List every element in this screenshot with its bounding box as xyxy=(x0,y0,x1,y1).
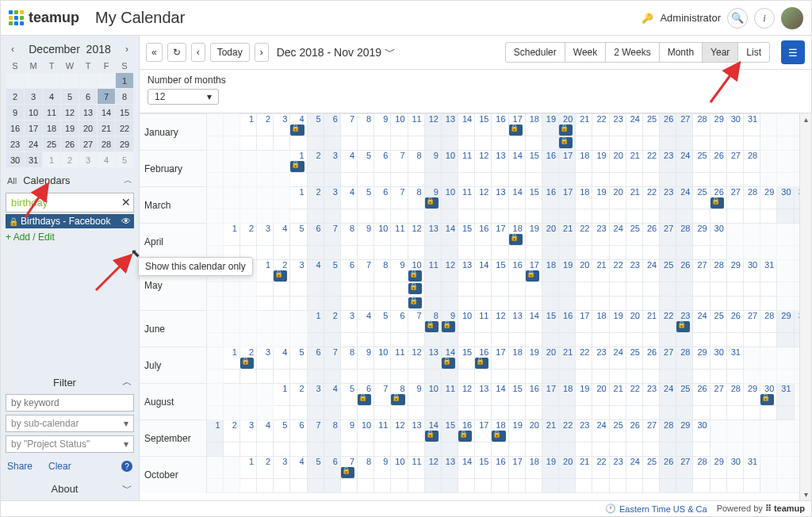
day-cell[interactable]: 5 xyxy=(307,457,324,479)
day-cell[interactable]: 23 xyxy=(592,347,609,370)
day-cell[interactable]: 18 xyxy=(576,187,592,209)
day-cell-extra[interactable] xyxy=(609,333,626,347)
day-cell[interactable]: 22 xyxy=(642,187,659,209)
day-cell-extra[interactable] xyxy=(626,173,642,187)
day-cell[interactable]: 12 xyxy=(475,187,492,209)
day-cell-extra[interactable] xyxy=(223,479,239,493)
day-cell-extra[interactable] xyxy=(290,297,307,311)
day-cell[interactable]: 29 xyxy=(693,347,710,370)
day-cell[interactable]: 11 xyxy=(475,311,492,333)
day-cell-extra[interactable] xyxy=(676,442,693,457)
day-cell-extra[interactable] xyxy=(475,442,492,457)
day-cell-extra[interactable] xyxy=(290,246,307,260)
day-cell-extra[interactable] xyxy=(408,282,424,297)
day-cell[interactable]: 21 xyxy=(626,151,642,173)
day-cell[interactable]: 22 xyxy=(576,347,592,370)
day-cell-extra[interactable] xyxy=(424,406,441,420)
day-cell[interactable]: 6 xyxy=(358,384,374,406)
day-cell-extra[interactable] xyxy=(324,333,340,347)
day-cell[interactable] xyxy=(726,420,743,442)
day-cell-extra[interactable] xyxy=(642,333,659,347)
day-cell[interactable]: 13 xyxy=(492,187,508,209)
day-cell[interactable]: 22 xyxy=(592,114,609,136)
day-cell-extra[interactable] xyxy=(492,173,508,187)
day-cell-extra[interactable] xyxy=(424,370,441,384)
day-cell[interactable]: 6 xyxy=(307,224,324,246)
day-cell-extra[interactable] xyxy=(274,442,290,457)
day-cell-extra[interactable] xyxy=(660,479,676,493)
day-cell-extra[interactable] xyxy=(609,246,626,260)
day-cell-extra[interactable] xyxy=(642,406,659,420)
day-cell[interactable]: 9 xyxy=(374,457,391,479)
day-cell[interactable]: 20 xyxy=(592,384,609,406)
day-cell[interactable] xyxy=(239,151,256,173)
day-cell-extra[interactable] xyxy=(492,370,508,384)
day-cell[interactable]: 12 xyxy=(424,114,441,136)
calendar-item-birthdays[interactable]: 🔒 Birthdays - Facebook 👁 xyxy=(6,214,134,228)
day-cell-extra[interactable] xyxy=(508,479,525,493)
day-cell[interactable]: 17 xyxy=(559,151,576,173)
day-cell-extra[interactable] xyxy=(676,370,693,384)
day-cell[interactable]: 4 xyxy=(257,420,274,442)
mini-day[interactable]: 28 xyxy=(98,136,116,152)
day-cell-extra[interactable] xyxy=(744,136,760,151)
day-cell-extra[interactable] xyxy=(340,246,357,260)
day-cell-extra[interactable] xyxy=(676,246,693,260)
day-cell-extra[interactable] xyxy=(290,282,307,297)
day-cell[interactable]: 18 xyxy=(542,260,558,282)
day-cell-extra[interactable] xyxy=(358,246,374,260)
mini-day[interactable] xyxy=(79,73,98,89)
day-cell-extra[interactable] xyxy=(274,209,290,224)
day-cell[interactable]: 27 xyxy=(744,311,760,333)
day-cell-extra[interactable] xyxy=(290,406,307,420)
day-cell-extra[interactable] xyxy=(424,246,441,260)
day-cell-extra[interactable] xyxy=(206,173,223,187)
prev-month-button[interactable]: ‹ xyxy=(6,42,20,56)
day-cell[interactable]: 19 xyxy=(525,347,542,370)
day-cell[interactable]: 18 xyxy=(492,420,508,442)
day-cell-extra[interactable] xyxy=(626,370,642,384)
day-cell-extra[interactable] xyxy=(206,282,223,297)
mini-calendar[interactable]: SMTWTFS123456789101112131415161718192021… xyxy=(6,59,134,168)
day-cell-extra[interactable] xyxy=(642,479,659,493)
day-cell-extra[interactable] xyxy=(642,442,659,457)
day-cell[interactable]: 19 xyxy=(576,384,592,406)
day-cell[interactable]: 22 xyxy=(660,311,676,333)
scroll-down-icon[interactable]: ▾ xyxy=(800,488,811,500)
day-cell-extra[interactable] xyxy=(626,333,642,347)
day-cell[interactable]: 16 xyxy=(492,114,508,136)
day-cell[interactable] xyxy=(223,457,239,479)
day-cell-extra[interactable] xyxy=(693,370,710,384)
day-cell-extra[interactable] xyxy=(458,246,475,260)
day-cell-extra[interactable] xyxy=(626,297,642,311)
day-cell-extra[interactable] xyxy=(542,442,558,457)
day-cell-extra[interactable] xyxy=(475,406,492,420)
day-cell[interactable]: 23 xyxy=(592,224,609,246)
rewind-button[interactable]: « xyxy=(146,43,163,62)
day-cell-extra[interactable] xyxy=(559,246,576,260)
mini-day[interactable] xyxy=(61,73,79,89)
day-cell-extra[interactable] xyxy=(492,246,508,260)
day-cell-extra[interactable] xyxy=(710,209,726,224)
day-cell[interactable]: 31 xyxy=(726,347,743,370)
day-cell[interactable]: 12 xyxy=(458,384,475,406)
day-cell[interactable]: 27 xyxy=(726,187,743,209)
info-button[interactable]: i xyxy=(754,8,775,29)
day-cell[interactable]: 8 xyxy=(408,187,424,209)
day-cell-extra[interactable] xyxy=(592,209,609,224)
day-cell[interactable]: 22 xyxy=(559,420,576,442)
day-cell-extra[interactable] xyxy=(458,442,475,457)
calendar-search-input[interactable] xyxy=(6,193,134,213)
event-chip[interactable] xyxy=(559,137,573,148)
mini-day[interactable]: 14 xyxy=(98,105,116,121)
day-cell-extra[interactable] xyxy=(710,173,726,187)
day-cell-extra[interactable] xyxy=(324,370,340,384)
day-cell[interactable] xyxy=(744,420,760,442)
day-cell[interactable]: 19 xyxy=(592,187,609,209)
day-cell-extra[interactable] xyxy=(324,209,340,224)
event-chip[interactable] xyxy=(290,161,304,172)
event-chip[interactable] xyxy=(676,321,690,332)
day-cell[interactable]: 20 xyxy=(542,347,558,370)
day-cell-extra[interactable] xyxy=(693,406,710,420)
day-cell[interactable]: 18 xyxy=(508,347,525,370)
